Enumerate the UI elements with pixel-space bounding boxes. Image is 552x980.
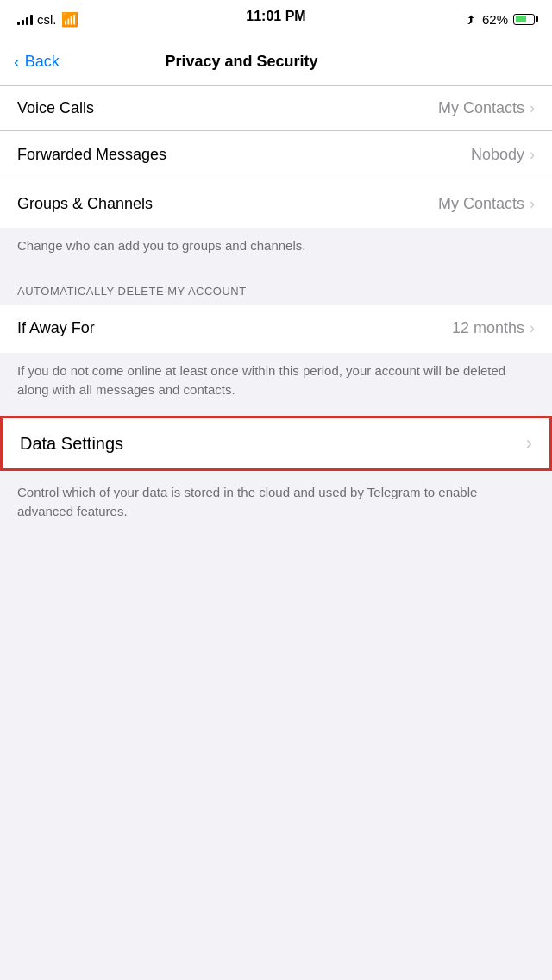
data-settings-chevron-icon: › <box>526 432 532 455</box>
signal-bar-1 <box>17 22 20 25</box>
content-area: Voice Calls My Contacts › Forwarded Mess… <box>0 86 552 535</box>
wifi-icon: 📶 <box>61 11 78 28</box>
data-settings-label: Data Settings <box>20 434 123 454</box>
groups-channels-row[interactable]: Groups & Channels My Contacts › <box>0 179 552 228</box>
forwarded-messages-label: Forwarded Messages <box>17 146 166 164</box>
data-description: Control which of your data is stored in … <box>0 474 552 535</box>
if-away-for-chevron-icon: › <box>530 319 535 337</box>
if-away-for-label: If Away For <box>17 319 95 337</box>
forwarded-messages-value-group: Nobody › <box>471 146 535 164</box>
if-away-for-row[interactable]: If Away For 12 months › <box>0 305 552 353</box>
voice-calls-chevron-icon: › <box>530 99 535 117</box>
if-away-for-value: 12 months <box>452 319 524 337</box>
data-settings-row[interactable]: Data Settings › <box>0 412 552 474</box>
away-description: If you do not come online at least once … <box>0 353 552 413</box>
signal-bar-2 <box>22 20 24 25</box>
data-settings-button[interactable]: Data Settings › <box>0 416 552 471</box>
voice-calls-label: Voice Calls <box>17 99 94 117</box>
page-title: Privacy and Security <box>14 53 469 71</box>
forwarded-messages-value: Nobody <box>471 146 524 164</box>
voice-calls-value-group: My Contacts › <box>438 99 535 117</box>
signal-bar-3 <box>26 17 28 25</box>
forwarded-messages-chevron-icon: › <box>530 146 535 164</box>
battery-fill <box>516 16 526 22</box>
battery-body <box>513 14 535 25</box>
status-time: 11:01 PM <box>246 9 305 24</box>
status-right: ⮭ 62% <box>466 12 535 27</box>
auto-delete-section-header: AUTOMATICALLY DELETE MY ACCOUNT <box>0 269 552 305</box>
status-left: csl. 📶 <box>17 11 78 28</box>
status-bar: csl. 📶 11:01 PM ⮭ 62% <box>0 0 552 38</box>
groups-channels-value-group: My Contacts › <box>438 195 535 213</box>
groups-channels-label: Groups & Channels <box>17 195 153 213</box>
groups-description: Change who can add you to groups and cha… <box>0 228 552 269</box>
if-away-for-value-group: 12 months › <box>452 319 535 337</box>
signal-bar-4 <box>30 15 33 25</box>
forwarded-messages-row[interactable]: Forwarded Messages Nobody › <box>0 131 552 179</box>
location-icon: ⮭ <box>466 13 477 26</box>
battery-percent: 62% <box>482 12 508 27</box>
voice-calls-value: My Contacts <box>438 99 524 117</box>
carrier-name: csl. <box>37 12 57 27</box>
battery-icon <box>513 14 535 25</box>
groups-channels-chevron-icon: › <box>530 195 535 213</box>
signal-bars-icon <box>17 13 33 25</box>
navigation-bar: ‹ Back Privacy and Security <box>0 38 552 86</box>
voice-calls-row[interactable]: Voice Calls My Contacts › <box>0 86 552 131</box>
groups-channels-value: My Contacts <box>438 195 524 213</box>
